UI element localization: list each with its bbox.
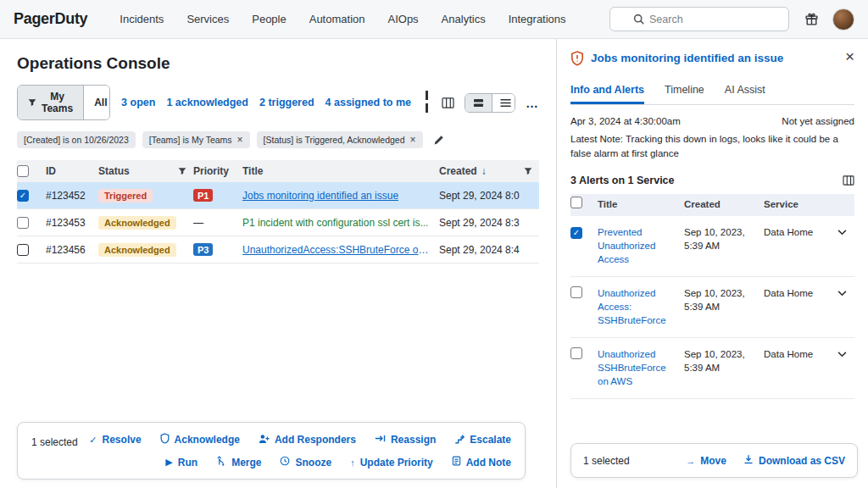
gift-icon[interactable] [804, 12, 819, 26]
tab-timeline[interactable]: Timeline [665, 76, 704, 104]
nav-incidents[interactable]: Incidents [120, 13, 164, 25]
status-badge: Acknowledged [98, 216, 176, 230]
add-note-button[interactable]: Add Note [452, 456, 511, 469]
filter-chip-status[interactable]: [Status] is Triggered, Acknowledged × [257, 131, 423, 148]
nav-automation[interactable]: Automation [309, 13, 365, 25]
status-badge: Triggered [98, 189, 153, 202]
incident-created: Sept 29, 2024 8:3 [439, 217, 539, 229]
incident-title-link[interactable]: UnauthorizedAccess:SSHBruteForce on AWS … [242, 244, 432, 256]
remove-chip-icon[interactable]: × [237, 136, 243, 144]
row-checkbox[interactable] [17, 217, 29, 229]
edit-filters-pencil-icon[interactable] [433, 135, 444, 146]
incident-title-link[interactable]: P1 incident with configuration ssl cert … [242, 217, 428, 229]
resolve-button[interactable]: ✓ Resolve [89, 433, 141, 446]
chevron-down-icon[interactable] [837, 230, 847, 236]
alerts-summary: 3 Alerts on 1 Service [570, 175, 675, 186]
search-input[interactable] [649, 14, 786, 25]
escalate-icon [454, 434, 465, 446]
acknowledge-button[interactable]: Acknowledge [160, 433, 240, 446]
col-alert-service: Service [764, 197, 837, 211]
alert-row[interactable]: Prevented Unauthorized Access Sep 10, 20… [570, 216, 854, 277]
alerts-table-header: Title Created Service [570, 194, 854, 216]
detail-title-link[interactable]: Jobs monitoring identified an issue [591, 50, 783, 66]
top-navigation: PagerDuty Incidents Services People Auto… [0, 0, 868, 39]
nav-services[interactable]: Services [186, 13, 229, 25]
update-priority-button[interactable]: ↑ Update Priority [350, 456, 433, 469]
status-filter-icon[interactable] [178, 167, 186, 175]
detail-meta: Apr 3, 2024 at 4:30:00am Not yet assigne… [570, 116, 854, 126]
col-created: Created [439, 165, 477, 177]
close-panel-icon[interactable]: × [845, 50, 854, 64]
alert-checkbox[interactable] [570, 227, 582, 239]
all-button[interactable]: All [83, 86, 110, 119]
chevron-down-icon[interactable] [837, 352, 847, 358]
alert-title-link[interactable]: Unauthorized SSHBruteForce on AWS [598, 349, 666, 386]
sort-desc-icon[interactable]: ↓ [481, 165, 487, 177]
more-options-icon[interactable]: … [526, 96, 539, 110]
escalate-button[interactable]: Escalate [454, 433, 511, 446]
incident-title-link[interactable]: Jobs monitoring identified an issue [242, 190, 398, 202]
alerts-select-all-checkbox[interactable] [570, 197, 582, 208]
priority-badge: P3 [193, 243, 213, 256]
run-button[interactable]: ▶ Run [165, 456, 198, 469]
alert-service: Data Home [764, 286, 837, 300]
alert-title-link[interactable]: Unauthorized Access: SSHBruteForce [598, 288, 666, 325]
open-count-link[interactable]: 3 open [121, 97, 155, 108]
nav-aiops[interactable]: AIOps [387, 13, 418, 25]
merge-button[interactable]: Merge [216, 456, 261, 469]
pause-updates-icon[interactable] [422, 90, 431, 115]
alert-row[interactable]: Unauthorized Access: SSHBruteForce Sep 1… [570, 277, 854, 338]
content-area: Operations Console My Teams All 3 open 1… [0, 39, 868, 488]
note-icon [452, 456, 461, 469]
columns-icon[interactable] [442, 97, 454, 108]
select-all-checkbox[interactable] [17, 165, 29, 177]
alert-title-link[interactable]: Prevented Unauthorized Access [598, 227, 655, 264]
col-title: Title [242, 165, 439, 177]
incident-detail-panel: Jobs monitoring identified an issue × In… [556, 39, 868, 488]
filter-chip-created[interactable]: [Created] is on 10/26/2023 [17, 131, 136, 148]
download-csv-button[interactable]: Download as CSV [743, 454, 845, 467]
acknowledged-count-link[interactable]: 1 acknowledged [166, 97, 248, 108]
move-button[interactable]: → Move [686, 454, 726, 467]
arrow-up-icon: ↑ [350, 458, 355, 468]
incident-row[interactable]: #123453 Acknowledged — P1 incident with … [17, 209, 539, 236]
triggered-count-link[interactable]: 2 triggered [259, 97, 314, 108]
card-view-icon[interactable] [465, 94, 492, 112]
snooze-button[interactable]: Snooze [280, 456, 331, 469]
incident-timestamp: Apr 3, 2024 at 4:30:00am [570, 116, 681, 126]
incident-created: Sept 29, 2024 8:4 [439, 244, 539, 256]
assigned-to-me-link[interactable]: 4 assigned to me [326, 97, 411, 108]
alerts-columns-icon[interactable] [843, 175, 854, 186]
merge-icon [216, 456, 226, 469]
selected-count: 1 selected [31, 433, 78, 469]
list-view-icon[interactable] [492, 94, 515, 112]
remove-chip-icon[interactable]: × [410, 136, 416, 144]
created-filter-icon[interactable] [524, 167, 532, 175]
incident-row[interactable]: #123452 Triggered P1 Jobs monitoring ide… [17, 182, 539, 209]
nav-analytics[interactable]: Analytics [442, 13, 486, 25]
nav-integrations[interactable]: Integrations [509, 13, 566, 25]
alerts-selected-count: 1 selected [583, 455, 630, 467]
alert-checkbox[interactable] [570, 286, 582, 298]
latest-note: Latest Note: Tracking this down in logs,… [570, 132, 854, 162]
incident-row[interactable]: #123456 Acknowledged P3 UnauthorizedAcce… [17, 236, 539, 263]
search-icon [633, 14, 644, 25]
search-box[interactable] [609, 7, 789, 31]
pagerduty-logo[interactable]: PagerDuty [14, 10, 87, 28]
my-teams-button[interactable]: My Teams [18, 86, 83, 119]
tab-ai-assist[interactable]: AI Assist [725, 76, 765, 104]
row-checkbox[interactable] [17, 244, 29, 256]
row-checkbox[interactable] [17, 190, 29, 202]
nav-people[interactable]: People [252, 13, 286, 25]
detail-tabs: Info and Alerts Timeline AI Assist [570, 76, 854, 105]
alert-checkbox[interactable] [570, 347, 582, 359]
status-badge: Acknowledged [98, 243, 176, 257]
chevron-down-icon[interactable] [837, 291, 847, 297]
shield-icon [160, 433, 170, 446]
add-responders-button[interactable]: Add Responders [259, 433, 356, 446]
filter-chip-teams[interactable]: [Teams] is My Teams × [142, 131, 250, 148]
tab-info-and-alerts[interactable]: Info and Alerts [570, 76, 644, 104]
reassign-button[interactable]: Reassign [375, 433, 436, 446]
user-avatar[interactable] [832, 8, 854, 30]
alert-row[interactable]: Unauthorized SSHBruteForce on AWS Sep 10… [570, 338, 854, 399]
